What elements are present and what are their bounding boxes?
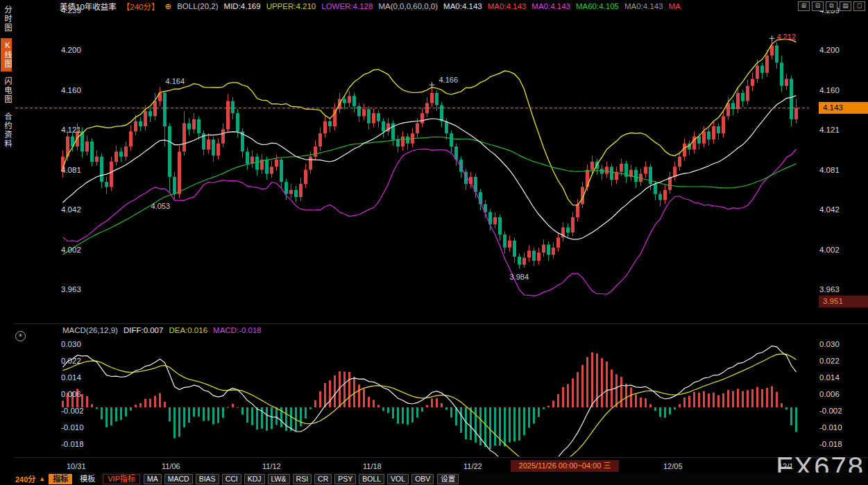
indicator-button-macd[interactable]: MACD xyxy=(164,474,193,484)
boll-lower-line xyxy=(63,149,797,296)
macd-histogram xyxy=(62,352,797,449)
bottom-toolbar: 240分 ▲ 指标 模板 VIP指标 MAMACDBIASCCIKDJLW&RS… xyxy=(0,473,868,485)
chart-type-sidebar: 分时图 K线图 闪电图 合约资料 xyxy=(0,0,14,485)
tab-indicators[interactable]: 指标 xyxy=(49,474,72,484)
price-axis-label: 4.002 xyxy=(819,246,840,254)
price-axis-label: 4.160 xyxy=(61,86,81,94)
date-axis-label: 11/06 xyxy=(162,462,180,470)
indicator-button-cr[interactable]: CR xyxy=(314,474,332,484)
split-rows-icon[interactable]: ⊟ xyxy=(812,1,824,11)
price-tag: 3.951 xyxy=(819,296,868,307)
period-selector[interactable]: 240分 xyxy=(15,473,35,484)
macd-axis-label: -0.018 xyxy=(61,440,84,448)
symbol-title: 美债10年收益率 xyxy=(60,1,117,12)
macd-params: MACD(26,12,9) xyxy=(62,326,118,334)
indicator-button-kdj[interactable]: KDJ xyxy=(244,474,265,484)
macd-hist-value: MACD:-0.018 xyxy=(213,326,262,334)
price-annotation: 4.166 xyxy=(439,76,459,84)
indicator-button-lw[interactable]: LW& xyxy=(268,474,290,484)
ma60-value: MA60:4.105 xyxy=(576,2,619,10)
macd-axis-label: -0.010 xyxy=(61,423,84,432)
macd-axis-label: 0.006 xyxy=(61,390,81,398)
price-axis-label: 4.042 xyxy=(819,205,840,214)
date-axis-label: 11/12 xyxy=(262,462,281,470)
price-axis-label: 3.963 xyxy=(61,285,81,293)
sidebar-item-flash-chart[interactable]: 闪电图 xyxy=(1,74,12,107)
price-axis-label: 4.200 xyxy=(61,46,81,54)
date-axis-label: 10/31 xyxy=(67,462,86,470)
macd-axis-label: -0.002 xyxy=(819,407,842,415)
price-axis-label: 4.121 xyxy=(819,126,840,134)
indicator-button-rsi[interactable]: RSI xyxy=(293,474,312,484)
rows-layout-icon[interactable]: ▤ xyxy=(840,1,851,11)
macd-diff-value: DIFF:0.007 xyxy=(124,326,164,334)
boll-mid-line xyxy=(63,96,797,239)
price-axis-label: 4.160 xyxy=(819,86,840,94)
price-tag: 4.143 xyxy=(819,102,868,114)
macd-header: MACD(26,12,9)DIFF:0.007DEA:0.016MACD:-0.… xyxy=(62,326,262,334)
macd-axis-label: 0.030 xyxy=(61,340,81,348)
add-indicator-icon[interactable]: ⊕ xyxy=(164,1,171,11)
boll-mid-value: MID:4.169 xyxy=(224,2,261,10)
indicator-button-obv[interactable]: OBV xyxy=(411,474,434,484)
circle-marker-icon[interactable]: ✳ xyxy=(15,331,26,341)
period-label: 【240分】 xyxy=(122,1,160,12)
indicator-button-boll[interactable]: BOLL xyxy=(359,474,384,484)
date-axis-label: 11/18 xyxy=(363,462,382,470)
price-annotation: 3.984 xyxy=(510,273,529,281)
macd-axis-label: 0.006 xyxy=(819,390,840,398)
ma0-value-3: MA0:4.143 xyxy=(531,2,570,10)
price-annotation: 4.053 xyxy=(151,202,171,210)
macd-axis-label: 0.014 xyxy=(819,373,840,382)
macd-axis-label: -0.018 xyxy=(819,440,842,448)
indicator-button-cci[interactable]: CCI xyxy=(222,474,241,484)
ma-truncated: MA xyxy=(669,2,681,10)
date-axis-label: 12/05 xyxy=(663,462,683,470)
price-axis-label: 4.042 xyxy=(61,205,81,214)
macd-diff-line xyxy=(63,346,797,475)
tab-templates[interactable]: 模板 xyxy=(76,474,99,484)
price-axis-label: 4.121 xyxy=(61,126,81,134)
macd-dea-value: DEA:0.016 xyxy=(169,326,207,334)
price-annotation: 4.164 xyxy=(166,77,185,85)
macd-axis-label: 0.014 xyxy=(61,373,81,382)
macd-axis-label: -0.002 xyxy=(61,407,84,415)
indicator-button-bias[interactable]: BIAS xyxy=(196,474,219,484)
single-window-icon[interactable]: ◻ xyxy=(853,1,865,11)
ma0-value-1: MA0:4.143 xyxy=(443,2,482,10)
sidebar-item-time-chart[interactable]: 分时图 xyxy=(1,3,12,35)
window-layout-icons: ⊞⊟⧉▤◻ xyxy=(798,1,865,11)
indicator-button-ma[interactable]: MA xyxy=(144,474,162,484)
tab-vip-indicators[interactable]: VIP指标 xyxy=(103,474,140,484)
sidebar-item-contract-info[interactable]: 合约资料 xyxy=(1,110,12,151)
ma0-value-4: MA0:4.143 xyxy=(624,2,663,10)
ma0-value-2: MA0:4.143 xyxy=(488,2,527,10)
indicator-button-group: MAMACDBIASCCIKDJLW&RSICRPSYBOLLVOLOBV xyxy=(144,474,434,484)
selected-candle-datetime: 2025/11/26 00:00~04:00 三 xyxy=(511,460,619,472)
price-axis-label: 4.081 xyxy=(61,166,81,174)
macd-axis-label: 0.030 xyxy=(819,340,840,348)
price-annotation: 4.212 xyxy=(777,33,797,41)
price-axis-label: 3.963 xyxy=(819,285,840,293)
boll-upper-value: UPPER:4.210 xyxy=(266,2,316,10)
macd-dea-line xyxy=(63,354,797,466)
settings-button[interactable]: 设置 xyxy=(437,474,459,484)
chart-canvas[interactable] xyxy=(0,0,868,485)
boll-params: BOLL(20,2) xyxy=(177,2,218,10)
trading-app-window: 分时图 K线图 闪电图 合约资料 美债10年收益率【240分】⊕BOLL(20,… xyxy=(0,0,868,485)
overlay-windows-icon[interactable]: ⧉ xyxy=(826,1,837,11)
indicator-button-vol[interactable]: VOL xyxy=(387,474,409,484)
macd-axis-label: 0.022 xyxy=(819,357,840,365)
price-axis-label: 4.200 xyxy=(819,46,840,54)
boll-lower-value: LOWER:4.128 xyxy=(321,2,373,10)
candlestick-series xyxy=(61,38,798,269)
macd-axis-label: -0.010 xyxy=(819,423,842,432)
indicator-button-psy[interactable]: PSY xyxy=(334,474,356,484)
grid-layout-icon[interactable]: ⊞ xyxy=(798,1,810,11)
sidebar-item-kline-chart[interactable]: K线图 xyxy=(1,38,12,71)
period-arrow-icon[interactable]: ▲ xyxy=(39,475,45,482)
price-axis-label: 4.081 xyxy=(819,166,840,174)
date-axis-label: 11/22 xyxy=(463,462,482,470)
indicator-header: 美债10年收益率【240分】⊕BOLL(20,2)MID:4.169UPPER:… xyxy=(60,1,681,12)
ma-params: MA(0,0,0,60,0,0) xyxy=(378,2,438,10)
